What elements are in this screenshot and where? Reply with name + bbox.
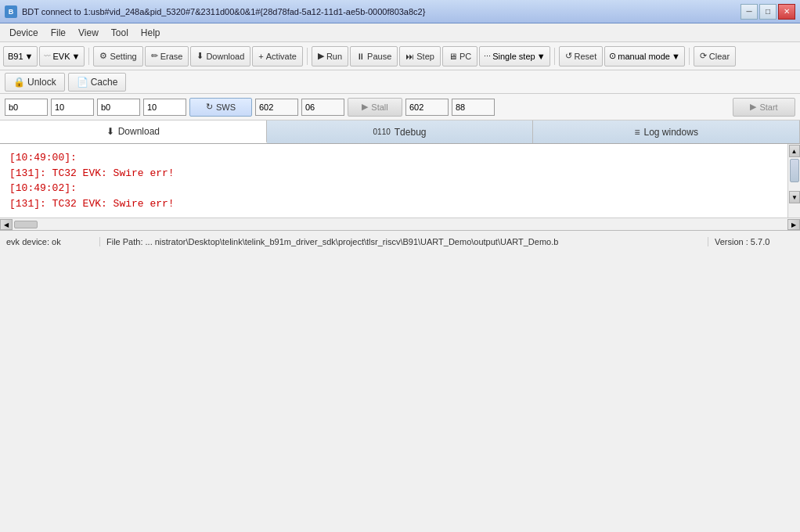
horizontal-scrollbar[interactable]: ◀ ▶: [0, 217, 800, 230]
tab-tdebug[interactable]: 0110 Tdebug: [267, 120, 534, 143]
pause-icon: ⏸: [356, 52, 365, 61]
tab-download[interactable]: ⬇ Download: [0, 120, 267, 143]
menu-file[interactable]: File: [45, 26, 72, 40]
pc-button[interactable]: 🖥 PC: [442, 46, 477, 66]
cache-button[interactable]: 📄 Cache: [68, 73, 127, 92]
log-area[interactable]: [10:49:00]: [131]: TC32 EVK: Swire err! …: [0, 144, 787, 217]
log-line-4: [10:49:02]:: [9, 181, 778, 196]
start-play-icon: ▶: [750, 102, 756, 112]
menu-tool[interactable]: Tool: [105, 26, 135, 40]
pc-icon: 🖥: [449, 52, 457, 61]
evk-label: EVK: [52, 52, 70, 61]
menu-device[interactable]: Device: [3, 26, 45, 40]
log-section: [10:49:00]: [131]: TC32 EVK: Swire err! …: [0, 144, 800, 217]
evk-dropdown[interactable]: 〰 EVK ▼: [39, 46, 85, 66]
sep4: [689, 48, 690, 65]
log-line-2: [131]: TC32 EVK: Swire err!: [9, 166, 778, 182]
menu-bar: Device File View Tool Help: [0, 23, 800, 42]
download-button[interactable]: ⬇ Download: [190, 46, 250, 66]
manual-mode-dropdown[interactable]: ⊙ manual mode ▼: [604, 46, 685, 66]
field-5-display: 602: [255, 99, 298, 116]
minimize-button[interactable]: ─: [741, 4, 758, 20]
reset-button[interactable]: ↺ Reset: [559, 46, 604, 66]
add-icon: +: [258, 52, 263, 61]
b91-dropdown[interactable]: B91 ▼: [3, 46, 38, 66]
pause-button[interactable]: ⏸ Pause: [350, 46, 398, 66]
menu-help[interactable]: Help: [135, 26, 167, 40]
download-icon: ⬇: [196, 51, 204, 61]
tab-tdebug-icon: 0110: [373, 128, 391, 136]
menu-view[interactable]: View: [72, 26, 105, 40]
toolbar: B91 ▼ 〰 EVK ▼ ⚙ Setting ✏ Erase ⬇ Downlo…: [0, 42, 800, 70]
tab-log-icon: ≡: [634, 127, 640, 138]
field-1[interactable]: [5, 99, 48, 116]
tab-log-windows[interactable]: ≡ Log windows: [533, 120, 800, 143]
gear-icon: ⚙: [99, 51, 107, 61]
filepath-value: ... nistrator\Desktop\telink\telink_b91m…: [146, 237, 559, 246]
single-step-dropdown[interactable]: ⋯ Single step ▼: [479, 46, 550, 66]
maximize-button[interactable]: □: [759, 4, 777, 20]
evk-chevron: ▼: [71, 52, 80, 61]
status-bar: evk device: ok File Path: ... nistrator\…: [0, 230, 800, 252]
eraser-icon: ✏: [151, 51, 158, 61]
clear-icon: ⟳: [700, 51, 707, 61]
sep2: [307, 48, 308, 65]
tab-download-icon: ⬇: [106, 126, 114, 137]
tab-bar: ⬇ Download 0110 Tdebug ≡ Log windows: [0, 120, 800, 144]
erase-button[interactable]: ✏ Erase: [145, 46, 189, 66]
b91-label: B91: [8, 52, 23, 61]
window-controls: ─ □ ✕: [741, 4, 795, 20]
title-bar: B BDT connect to 1:usb#vid_248a&pid_5320…: [0, 0, 800, 23]
activate-button[interactable]: + Activate: [252, 46, 303, 66]
single-step-icon: ⋯: [484, 52, 491, 60]
step-icon: ⏭: [405, 52, 414, 61]
field-8-display: 88: [452, 99, 495, 116]
reset-icon: ↺: [565, 51, 572, 61]
log-line-1: [10:49:00]:: [9, 150, 778, 166]
log-line-5: [131]: TC32 EVK: Swire err!: [9, 196, 778, 212]
cache-icon: 📄: [77, 77, 88, 88]
field-2[interactable]: [51, 99, 94, 116]
field-7-display: 602: [405, 99, 449, 116]
unlock-button[interactable]: 🔒 Unlock: [5, 73, 65, 92]
stall-button[interactable]: ▶ Stall: [348, 98, 402, 117]
status-filepath: File Path: ... nistrator\Desktop\telink\…: [100, 237, 708, 246]
fields-row: ↻ SWS 602 06 ▶ Stall 602 88 ▶ Start: [0, 94, 800, 120]
window-title: BDT connect to 1:usb#vid_248a&pid_5320#7…: [22, 7, 741, 16]
filepath-label: File Path:: [106, 237, 142, 246]
sws-button[interactable]: ↻ SWS: [189, 98, 252, 117]
clear-button[interactable]: ⟳ Clear: [694, 46, 736, 66]
run-button[interactable]: ▶ Run: [312, 46, 348, 66]
setting-button[interactable]: ⚙ Setting: [93, 46, 142, 66]
step-button[interactable]: ⏭ Step: [399, 46, 441, 66]
stall-icon: ▶: [362, 102, 368, 112]
unlock-bar: 🔒 Unlock 📄 Cache: [0, 70, 800, 94]
close-button[interactable]: ✕: [778, 4, 795, 20]
vertical-scrollbar[interactable]: ▲ ▼: [787, 144, 800, 217]
field-4[interactable]: [143, 99, 186, 116]
lock-icon: 🔒: [13, 77, 25, 88]
status-device: evk device: ok: [6, 237, 100, 246]
run-icon: ▶: [318, 51, 324, 61]
status-version: Version : 5.7.0: [708, 237, 794, 246]
sep3: [554, 48, 555, 65]
sep1: [88, 48, 89, 65]
field-6-display: 06: [301, 99, 344, 116]
app-icon: B: [5, 5, 17, 18]
manual-mode-icon: ⊙: [609, 51, 616, 61]
b91-chevron: ▼: [25, 52, 34, 61]
field-3[interactable]: [97, 99, 140, 116]
start-button[interactable]: ▶ Start: [733, 98, 795, 117]
hscroll-thumb[interactable]: [14, 221, 38, 228]
single-step-chevron: ▼: [537, 52, 546, 61]
manual-mode-chevron: ▼: [672, 52, 680, 61]
refresh-icon: ↻: [206, 102, 213, 112]
